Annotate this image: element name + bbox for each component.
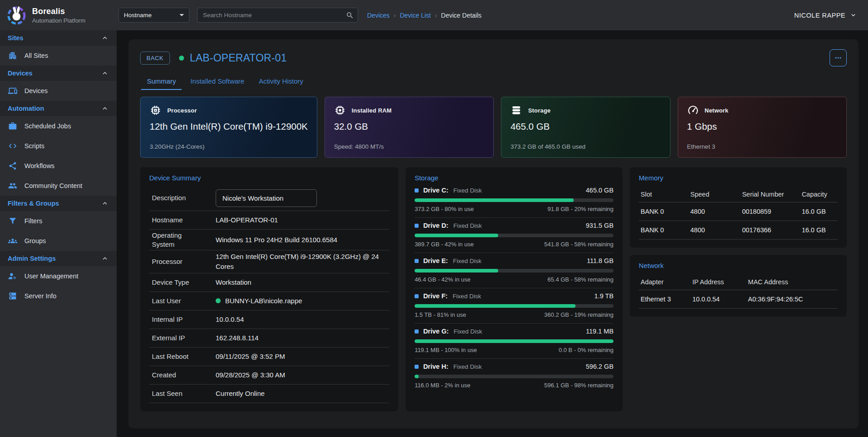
column-header-mac-address: MAC Address — [746, 274, 838, 290]
table-row: BANK 048000018085916.0 GB — [639, 202, 838, 221]
sidebar-section-label: Devices — [8, 70, 33, 77]
tab-summary[interactable]: Summary — [141, 74, 182, 90]
drive-footer: 373.2 GB - 80% in use91.8 GB - 20% remai… — [415, 206, 613, 212]
sidebar-item-groups[interactable]: Groups — [0, 231, 117, 251]
stat-card-subtext: 3.20GHz (24-Cores) — [150, 143, 308, 150]
summary-value-text: 09/28/2025 @ 3:30 AM — [216, 370, 285, 380]
drive-bullet-icon — [415, 259, 419, 263]
sidebar-item-community-content[interactable]: Community Content — [0, 176, 117, 196]
stat-card-subtext: 373.2 GB of 465.0 GB used — [510, 143, 660, 150]
tab-installed-software[interactable]: Installed Software — [184, 74, 250, 90]
drive-name: Drive G: — [423, 328, 448, 335]
drive-used-text: 116.0 MB - 2% in use — [415, 382, 470, 389]
drive-remaining-text: 0.0 B - 0% remaining — [559, 347, 613, 353]
description-input[interactable] — [216, 189, 317, 207]
drive-bullet-icon — [415, 294, 419, 298]
more-actions-button[interactable] — [830, 49, 847, 66]
summary-row-label: Created — [149, 371, 216, 380]
tab-activity-history[interactable]: Activity History — [253, 74, 309, 90]
search-input[interactable] — [197, 8, 358, 23]
right-column: Memory SlotSpeedSerial NumberCapacityBAN… — [630, 167, 847, 317]
table-cell: 4800 — [689, 202, 740, 221]
sidebar-section-label: Automation — [8, 105, 44, 112]
sidebar-item-label: Scripts — [24, 142, 44, 150]
sidebar-section-sites: SitesAll Sites — [0, 30, 117, 66]
summary-row-description: Description — [149, 185, 389, 211]
summary-value-text: Workstation — [216, 277, 251, 287]
summary-row-internal-ip: Internal IP10.0.0.54 — [149, 310, 389, 329]
summary-row-last-reboot: Last Reboot09/11/2025 @ 3:52 PM — [149, 348, 389, 366]
stat-card-storage: Storage465.0 GB373.2 GB of 465.0 GB used — [501, 97, 670, 158]
stat-card-value: 1 Gbps — [687, 121, 837, 132]
summary-row-value: 12th Gen Intel(R) Core(TM) i9-12900K (3.… — [216, 252, 389, 272]
summary-row-value: 09/28/2025 @ 3:30 AM — [216, 370, 389, 380]
stat-card-label: Installed RAM — [352, 107, 392, 114]
column-header-capacity: Capacity — [800, 187, 838, 202]
sidebar-item-scheduled-jobs[interactable]: Scheduled Jobs — [0, 116, 117, 136]
drive-drive-d: Drive D:Fixed Disk931.5 GB389.7 GB - 42%… — [415, 217, 613, 253]
drive-usage-bar — [415, 198, 613, 202]
device-details-card: BACK LAB-OPERATOR-01 SummaryInstalled So… — [128, 39, 859, 428]
device-summary-panel: Device Summary DescriptionHostnameLAB-OP… — [140, 167, 398, 411]
drive-name: Drive H: — [423, 363, 448, 370]
hostname-filter-select[interactable]: Hostname — [118, 8, 189, 23]
memory-panel-title: Memory — [639, 174, 838, 182]
sidebar-item-workflows[interactable]: Workflows — [0, 156, 117, 176]
drive-remaining-text: 596.1 GB - 98% remaining — [544, 382, 613, 389]
drive-drive-f: Drive F:Fixed Disk1.9 TB1.5 TB - 81% in … — [415, 288, 613, 323]
storage-panel-title: Storage — [415, 174, 613, 182]
summary-value-text: Windows 11 Pro 24H2 Build 26100.6584 — [216, 235, 337, 245]
drive-type: Fixed Disk — [453, 222, 482, 229]
summary-row-device-type: Device TypeWorkstation — [149, 273, 389, 292]
sidebar-item-user-management[interactable]: User Management — [0, 266, 117, 286]
summary-row-label: Device Type — [149, 278, 216, 287]
building-icon — [8, 51, 18, 60]
table-cell: BANK 0 — [639, 202, 689, 221]
sidebar-item-filters[interactable]: Filters — [0, 211, 117, 231]
sidebar-item-server-info[interactable]: Server Info — [0, 286, 117, 306]
drive-remaining-text: 360.2 GB - 19% remaining — [544, 311, 613, 318]
hostname-filter-value: Hostname — [124, 12, 152, 19]
table-cell: A0:36:9F:94:26:5C — [746, 290, 838, 309]
app-root: Borealis Automation Platform Hostname De… — [0, 0, 868, 437]
sidebar-section-header-devices[interactable]: Devices — [0, 66, 117, 81]
drive-size: 111.8 GB — [587, 257, 613, 264]
summary-value-text: BUNNY-LAB\nicole.rappe — [225, 296, 302, 306]
brand-text: Borealis Automation Platform — [32, 7, 85, 24]
sidebar-item-label: Community Content — [24, 182, 82, 189]
chevron-up-icon — [101, 199, 109, 207]
table-cell: 00180859 — [740, 202, 800, 221]
drive-size: 119.1 MB — [586, 328, 613, 335]
breadcrumb-device-list[interactable]: Device List — [400, 12, 430, 19]
summary-row-last-seen: Last SeenCurrently Online — [149, 385, 389, 403]
sidebar-item-scripts[interactable]: Scripts — [0, 136, 117, 156]
sidebar-section-header-filters-groups[interactable]: Filters & Groups — [0, 196, 117, 211]
summary-value-text: 10.0.0.54 — [216, 315, 244, 324]
summary-row-label: Hostname — [149, 216, 216, 225]
breadcrumb-device-details: Device Details — [441, 12, 481, 19]
drive-usage-fill — [415, 198, 574, 202]
breadcrumb-devices[interactable]: Devices — [367, 12, 390, 19]
back-button[interactable]: BACK — [140, 52, 170, 65]
groups-icon — [8, 236, 18, 245]
stat-card-installed-ram: Installed RAM32.0 GBSpeed: 4800 MT/s — [325, 97, 494, 158]
user-menu[interactable]: NICOLE RAPPE — [794, 11, 868, 19]
search-box — [197, 8, 358, 23]
summary-row-label: External IP — [149, 334, 216, 343]
sidebar-section-header-sites[interactable]: Sites — [0, 30, 117, 46]
memory-table: SlotSpeedSerial NumberCapacityBANK 04800… — [639, 187, 838, 240]
sidebar-section-header-admin-settings[interactable]: Admin Settings — [0, 251, 117, 266]
sidebar-item-devices[interactable]: Devices — [0, 81, 117, 101]
chevron-up-icon — [101, 69, 109, 77]
summary-row-external-ip: External IP162.248.8.114 — [149, 329, 389, 348]
sidebar-section-header-automation[interactable]: Automation — [0, 101, 117, 116]
sidebar-section-automation: AutomationScheduled JobsScriptsWorkflows… — [0, 101, 117, 196]
summary-row-label: Last User — [149, 296, 216, 305]
drive-drive-g: Drive G:Fixed Disk119.1 MB119.1 MB - 100… — [415, 323, 613, 358]
sidebar-item-all-sites[interactable]: All Sites — [0, 46, 117, 66]
drive-usage-bar — [415, 375, 613, 378]
sidebar-item-label: Workflows — [24, 162, 55, 169]
table-row: Ethernet 310.0.0.54A0:36:9F:94:26:5C — [639, 290, 838, 309]
drive-type: Fixed Disk — [454, 328, 482, 335]
drive-footer: 116.0 MB - 2% in use596.1 GB - 98% remai… — [415, 382, 613, 389]
